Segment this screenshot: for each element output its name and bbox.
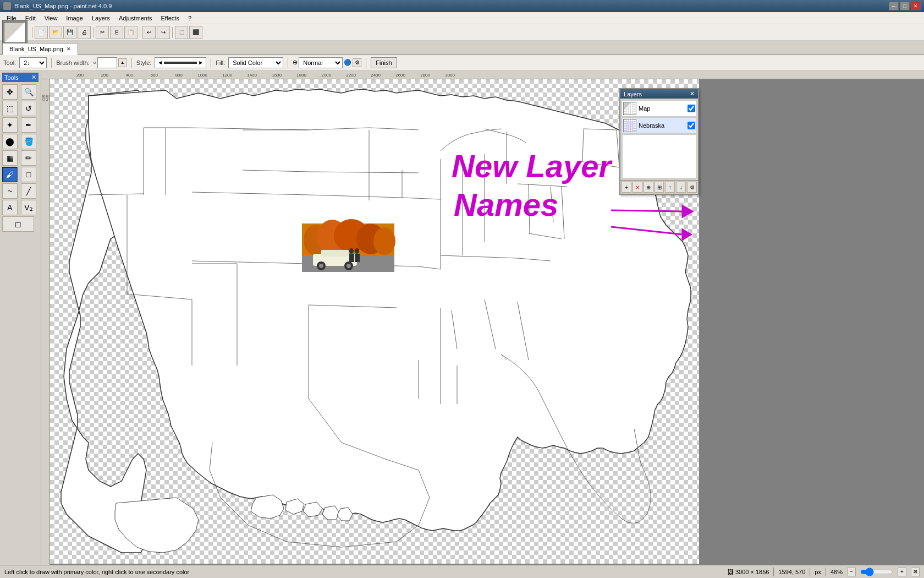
gradient-tool[interactable]: ▦ [2, 150, 18, 166]
magic-wand-tool[interactable]: ✦ [2, 117, 18, 133]
layers-close-icon[interactable]: ✕ [690, 90, 695, 97]
style-label: Style: [136, 59, 152, 66]
zoom-tool[interactable]: 🔍 [21, 84, 36, 100]
toolbar: 📄 📂 💾 🖨 ✂ ⎘ 📋 ↩ ↪ ⬚ ⬛ [0, 24, 924, 41]
add-layer-button[interactable]: + [622, 182, 631, 193]
ruler-left: 200 400 600 800 1000 1200 1400 1600 [41, 79, 50, 578]
svg-line-37 [342, 542, 397, 547]
toolbar-separator [32, 27, 32, 38]
menu-effects[interactable]: Effects [157, 14, 184, 23]
shapes-tool[interactable]: ◻ [2, 216, 34, 232]
undo-button[interactable]: ↩ [142, 26, 156, 39]
line-tool[interactable]: ╱ [21, 183, 36, 199]
zoom-in-button[interactable]: + [898, 568, 906, 576]
open-button[interactable]: 📂 [49, 26, 62, 39]
flatten-button[interactable]: ⊞ [654, 182, 664, 193]
svg-rect-80 [349, 254, 354, 262]
finish-button[interactable]: Finish [371, 57, 397, 68]
tools-close-icon[interactable]: ✕ [31, 74, 36, 81]
fill-select[interactable]: Solid Color [228, 57, 283, 68]
brush-width-up[interactable]: ▲ [118, 58, 127, 67]
menu-help[interactable]: ? [184, 14, 196, 23]
select-all-button[interactable]: ⬛ [189, 26, 202, 39]
zoom-slider[interactable] [860, 568, 893, 576]
canvas-area[interactable]: 200 200 400 600 800 1000 1200 1400 1600 … [41, 70, 924, 578]
copy-button[interactable]: ⎘ [110, 26, 123, 39]
blend-mode-select[interactable]: Normal [299, 57, 343, 68]
paintbrush-tool[interactable]: 🖌 [2, 167, 18, 182]
tools-title-label: Tools [4, 74, 19, 81]
main-area: Tools ✕ ✥ 🔍 ⬚ ↺ ✦ ✒ ⬤ 🪣 ▦ ✏ 🖌 □ ~ ╱ A V₂… [0, 70, 924, 578]
zoom-out-button[interactable]: − [847, 568, 856, 576]
status-bar: Left click to draw with primary color, r… [0, 565, 924, 578]
tool-label: Tool: [3, 59, 16, 66]
menu-layers[interactable]: Layers [87, 14, 114, 23]
pencil-tool[interactable]: ✏ [21, 150, 36, 166]
svg-point-85 [346, 264, 351, 268]
move-tool[interactable]: ✥ [2, 84, 18, 100]
delete-layer-button[interactable]: ✕ [632, 182, 642, 193]
lasso-select-tool[interactable]: ↺ [21, 101, 36, 116]
image-preview-thumb [2, 20, 28, 45]
svg-line-88 [611, 210, 683, 211]
menu-view[interactable]: View [40, 14, 62, 23]
toolbar-separator3 [140, 27, 140, 38]
smudge-tool[interactable]: ~ [2, 183, 18, 199]
status-sep3 [826, 568, 826, 576]
layers-toolbar: + ✕ ⊕ ⊞ ↑ ↓ ⚙ [620, 180, 698, 194]
menu-image[interactable]: Image [62, 14, 87, 23]
rectangle-select-tool[interactable]: ⬚ [2, 101, 18, 116]
deselect-button[interactable]: ⬚ [175, 26, 188, 39]
cut-button[interactable]: ✂ [96, 26, 109, 39]
status-coords: 1594, 570 [778, 569, 805, 575]
new-button[interactable]: 📄 [35, 26, 48, 39]
layer-properties-button[interactable]: ⚙ [687, 182, 697, 193]
canvas[interactable]: New Layer Names [50, 79, 699, 564]
svg-rect-81 [355, 254, 360, 262]
layer-item-map[interactable]: Map [622, 100, 697, 117]
fit-window-button[interactable]: ⊠ [911, 568, 920, 576]
tool-select[interactable]: 2↓ [19, 57, 47, 68]
layer-item-nebraska[interactable]: Nebraska [622, 117, 697, 134]
blend-setting[interactable]: ⚙ [353, 58, 361, 67]
opt-sep4 [288, 58, 288, 68]
layer-visibility-nebraska[interactable] [688, 122, 695, 129]
vector2-tool[interactable]: V₂ [21, 200, 36, 215]
style-picker[interactable]: ◄ ► [155, 57, 206, 68]
close-button[interactable]: ✕ [911, 2, 921, 10]
brush-width-input[interactable]: 5 [97, 57, 117, 68]
print-button[interactable]: 🖨 [78, 26, 91, 39]
ruler-marks-top: 200 200 400 600 800 1000 1200 1400 1600 … [59, 73, 455, 78]
layer-visibility-map[interactable] [688, 105, 695, 112]
text-tool[interactable]: A [2, 200, 18, 215]
paint-bucket-tool[interactable]: 🪣 [21, 134, 36, 149]
move-up-button[interactable]: ↑ [665, 182, 675, 193]
title-bar: Blank_US_Map.png - paint.net 4.0.9 ─ □ ✕ [0, 0, 924, 12]
move-down-button[interactable]: ↓ [676, 182, 686, 193]
recolor-tool[interactable]: ⬤ [2, 134, 18, 149]
document-tab[interactable]: Blank_US_Map.png ✕ [2, 43, 78, 55]
arrow-right-icon: ► [198, 59, 204, 66]
save-button[interactable]: 💾 [63, 26, 76, 39]
paste-button[interactable]: 📋 [124, 26, 138, 39]
maximize-button[interactable]: □ [900, 2, 910, 10]
redo-button[interactable]: ↪ [157, 26, 170, 39]
svg-line-36 [397, 525, 419, 542]
tools-panel: Tools ✕ ✥ 🔍 ⬚ ↺ ✦ ✒ ⬤ 🪣 ▦ ✏ 🖌 □ ~ ╱ A V₂… [0, 70, 41, 578]
svg-point-74 [373, 227, 395, 255]
tab-close-button[interactable]: ✕ [67, 46, 71, 52]
eyedropper-tool[interactable]: ✒ [21, 117, 36, 133]
layers-empty-area [622, 134, 696, 178]
svg-marker-91 [683, 230, 691, 239]
status-dim-label: 🖼 [728, 569, 734, 575]
svg-rect-77 [321, 250, 349, 257]
merge-down-button[interactable]: ⊕ [644, 182, 653, 193]
canvas-wrapper[interactable]: New Layer Names [50, 79, 924, 578]
status-sep1 [773, 568, 774, 576]
layers-title-label: Layers [624, 91, 642, 97]
minimize-button[interactable]: ─ [889, 2, 899, 10]
layer-thumb-map [623, 102, 636, 115]
layer-thumb-nebraska [623, 119, 636, 132]
menu-adjustments[interactable]: Adjustments [114, 14, 157, 23]
eraser-tool[interactable]: □ [21, 167, 36, 182]
